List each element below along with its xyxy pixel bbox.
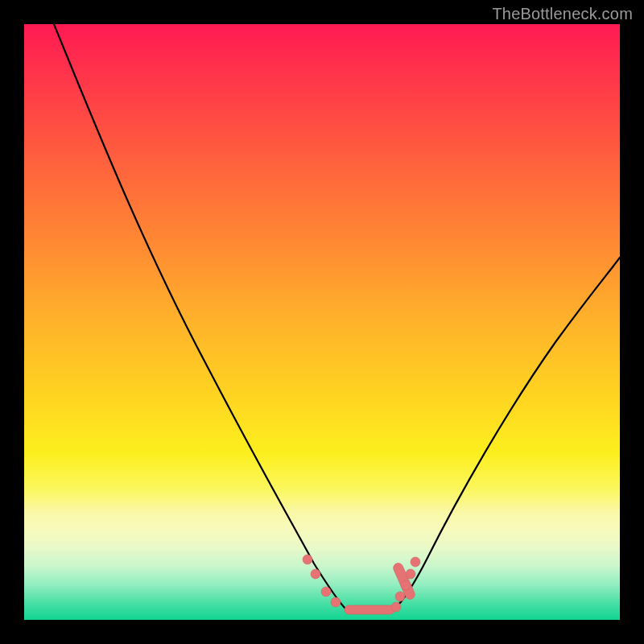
- marker-dot: [401, 580, 411, 590]
- marker-dot: [321, 587, 331, 597]
- marker-dot: [395, 592, 405, 601]
- bottleneck-curve-left: [54, 24, 346, 609]
- marker-dot: [311, 569, 320, 579]
- chart-frame: TheBottleneck.com: [0, 0, 644, 644]
- marker-dot: [406, 569, 415, 579]
- watermark-text: TheBottleneck.com: [492, 5, 633, 23]
- bottleneck-curve-right: [394, 258, 620, 609]
- marker-floor-pill: [345, 605, 394, 614]
- curve-layer: [24, 24, 620, 620]
- plot-area: [24, 24, 620, 620]
- marker-dot: [391, 602, 401, 612]
- marker-dot: [303, 555, 312, 564]
- marker-dot: [411, 557, 420, 567]
- marker-dot: [331, 597, 341, 607]
- marker-group: [303, 555, 420, 614]
